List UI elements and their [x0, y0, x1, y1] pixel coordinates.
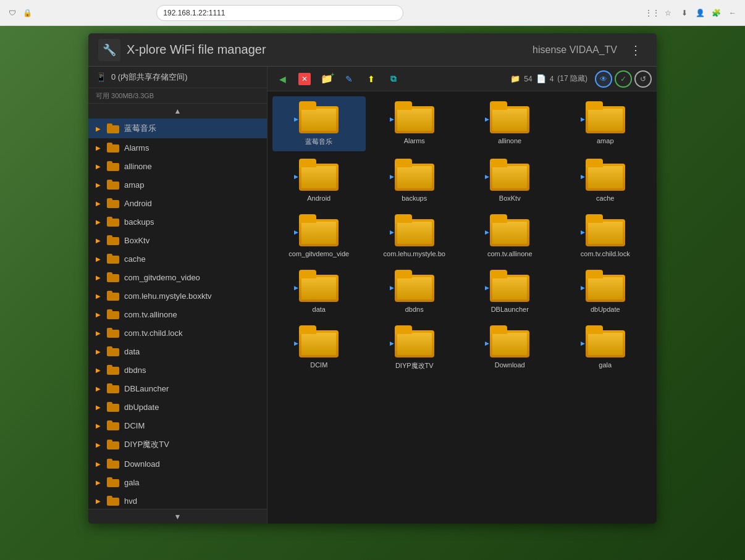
folder-arrow-icon: ▶ [96, 182, 101, 188]
left-panel-folder-item[interactable]: ▶ com_gitvdemo_video [88, 268, 267, 286]
address-bar[interactable]: 192.168.1.22:1111 [156, 5, 403, 21]
grid-folder-item[interactable]: ▶ cache [559, 154, 652, 207]
grid-folder-item[interactable]: ▶ Android [272, 154, 366, 207]
left-panel: 📱 0 (内部共享存储空间) 可用 300MB/3.3GB ▲ ▶ 蓝莓音乐 ▶… [88, 67, 267, 524]
folder-arrow-icon: ▶ [96, 256, 101, 262]
grid-folder-name: gala [568, 361, 642, 369]
folder-name: com.tv.allinone [124, 310, 259, 319]
folder-icon [107, 459, 119, 469]
left-panel-folder-item[interactable]: ▶ DCIM [88, 416, 267, 435]
grid-folder-name: com.lehu.mystyle.bo [377, 250, 452, 257]
folder-name: DBLauncher [124, 384, 259, 393]
delete-button[interactable]: ✕ [295, 70, 314, 88]
grid-folder-item[interactable]: ▶ DIYP魔改TV [368, 320, 461, 375]
folder-large-icon [299, 159, 339, 191]
back-button[interactable]: ◀ [272, 70, 292, 88]
left-panel-folder-item[interactable]: ▶ Alarms [88, 138, 267, 157]
device-name: hisense VIDAA_TV [532, 44, 617, 56]
left-panel-folder-item[interactable]: ▶ BoxKtv [88, 231, 267, 249]
upload-button[interactable]: ⬆ [361, 70, 381, 88]
grid-folder-item[interactable]: ▶ dbUpdate [559, 265, 652, 318]
folder-icon-wrapper: ▶ [299, 159, 339, 194]
left-panel-folder-item[interactable]: ▶ DIYP魔改TV [88, 435, 267, 454]
delete-icon: ✕ [298, 73, 311, 85]
left-panel-folder-item[interactable]: ▶ DBLauncher [88, 379, 267, 398]
grid-folder-item[interactable]: ▶ com_gitvdemo_vide [272, 209, 366, 262]
left-panel-folder-item[interactable]: ▶ amap [88, 175, 267, 194]
refresh-button[interactable]: ↺ [634, 70, 652, 88]
grid-folder-name: BoxKtv [473, 194, 547, 202]
folder-icon [107, 291, 119, 301]
hidden-count: (17 隐藏) [557, 73, 587, 84]
left-panel-folder-item[interactable]: ▶ Download [88, 454, 267, 473]
grid-folder-item[interactable]: ▶ allinone [463, 96, 557, 151]
left-panel-folder-item[interactable]: ▶ data [88, 342, 267, 361]
grid-folder-item[interactable]: ▶ Alarms [368, 96, 461, 151]
grid-folder-item[interactable]: ▶ backups [368, 154, 461, 207]
menu-icon[interactable]: ⋮ [625, 40, 647, 60]
confirm-button[interactable]: ✓ [615, 70, 632, 88]
grid-folder-item[interactable]: ▶ com.tv.allinone [463, 209, 557, 262]
left-panel-folder-item[interactable]: ▶ hvd [88, 491, 267, 509]
left-panel-folder-item[interactable]: ▶ Android [88, 194, 267, 212]
folder-icon [107, 402, 119, 412]
left-panel-folder-item[interactable]: ▶ dbUpdate [88, 398, 267, 416]
left-panel-folder-item[interactable]: ▶ allinone [88, 157, 267, 175]
folder-icon-wrapper: ▶ [490, 214, 529, 250]
grid-folder-item[interactable]: ▶ 蓝莓音乐 [272, 96, 366, 151]
folder-arrow-icon: ▶ [96, 125, 101, 132]
folder-grid-arrow: ▶ [581, 116, 585, 122]
grid-folder-item[interactable]: ▶ DCIM [272, 320, 366, 375]
scroll-down-button[interactable]: ▼ [88, 509, 267, 524]
right-panel: ◀ ✕ 📁+ ✎ ⬆ ⧉ 📁 54 [267, 67, 657, 524]
left-panel-folder-item[interactable]: ▶ 蓝莓音乐 [88, 119, 267, 138]
left-panel-folder-item[interactable]: ▶ backups [88, 212, 267, 231]
folder-icon [107, 346, 119, 356]
folder-arrow-icon: ▶ [96, 367, 101, 374]
edit-button[interactable]: ✎ [339, 70, 359, 88]
folder-large-icon [299, 214, 339, 246]
copy-button[interactable]: ⧉ [384, 70, 403, 88]
grid-folder-item[interactable]: ▶ com.tv.child.lock [559, 209, 652, 262]
back-browser-icon[interactable]: ← [728, 8, 738, 18]
grid-folder-item[interactable]: ▶ DBLauncher [463, 265, 557, 318]
bookmark-icon[interactable]: ☆ [663, 8, 673, 18]
left-panel-folder-item[interactable]: ▶ com.tv.child.lock [88, 324, 267, 342]
left-panel-folder-item[interactable]: ▶ com.lehu.mystyle.boxktv [88, 286, 267, 305]
folder-arrow-icon: ▶ [96, 498, 101, 504]
folder-large-icon [395, 270, 434, 302]
extensions-icon[interactable]: ⋮⋮ [647, 8, 657, 18]
grid-folder-item[interactable]: ▶ gala [559, 320, 652, 375]
folder-grid-arrow: ▶ [294, 116, 298, 122]
scroll-up-button[interactable]: ▲ [88, 104, 267, 119]
left-panel-folder-item[interactable]: ▶ cache [88, 249, 267, 268]
left-panel-folder-item[interactable]: ▶ com.tv.allinone [88, 305, 267, 324]
folder-list: ▶ 蓝莓音乐 ▶ Alarms ▶ allinone ▶ amap ▶ Andr… [88, 119, 267, 509]
folder-icon-wrapper: ▶ [586, 270, 625, 306]
folder-large-icon [395, 159, 434, 191]
view-icon-button[interactable]: 👁 [595, 70, 612, 88]
grid-folder-item[interactable]: ▶ dbdns [368, 265, 461, 318]
folder-arrow-icon: ▶ [96, 200, 101, 207]
grid-folder-item[interactable]: ▶ amap [559, 96, 652, 151]
folder-large-icon [586, 325, 625, 357]
left-panel-folder-item[interactable]: ▶ gala [88, 473, 267, 491]
grid-folder-item[interactable]: ▶ data [272, 265, 366, 318]
folder-name: hvd [124, 496, 259, 506]
eye-icon: 👁 [600, 75, 607, 83]
app-logo: 🔧 [98, 39, 120, 61]
profile-icon[interactable]: 👤 [696, 8, 705, 18]
grid-folder-item[interactable]: ▶ BoxKtv [463, 154, 557, 207]
folder-large-icon [490, 270, 529, 302]
new-folder-button[interactable]: 📁+ [317, 70, 337, 88]
download-browser-icon[interactable]: ⬇ [680, 8, 689, 18]
folder-arrow-icon: ▶ [96, 274, 101, 281]
folder-icon-wrapper: ▶ [490, 325, 529, 361]
left-panel-folder-item[interactable]: ▶ dbdns [88, 361, 267, 379]
extensions2-icon[interactable]: 🧩 [712, 8, 722, 18]
file-count-num: 4 [550, 75, 554, 83]
grid-folder-item[interactable]: ▶ Download [463, 320, 557, 375]
toolbar: ◀ ✕ 📁+ ✎ ⬆ ⧉ 📁 54 [267, 67, 657, 91]
grid-folder-item[interactable]: ▶ com.lehu.mystyle.bo [368, 209, 461, 262]
folder-icon-wrapper: ▶ [395, 214, 434, 250]
